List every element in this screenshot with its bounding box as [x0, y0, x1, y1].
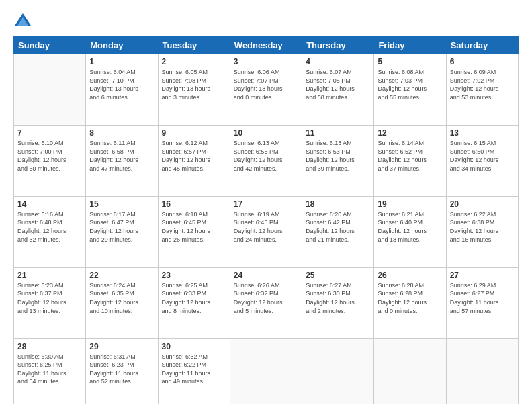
day-info: Sunrise: 6:14 AMSunset: 6:52 PMDaylight:… [378, 139, 442, 173]
day-cell: 18Sunrise: 6:20 AMSunset: 6:42 PMDayligh… [302, 196, 374, 267]
day-cell: 16Sunrise: 6:18 AMSunset: 6:45 PMDayligh… [158, 196, 230, 267]
day-cell: 10Sunrise: 6:13 AMSunset: 6:55 PMDayligh… [230, 125, 302, 196]
day-cell: 9Sunrise: 6:12 AMSunset: 6:57 PMDaylight… [158, 125, 230, 196]
day-info: Sunrise: 6:27 AMSunset: 6:30 PMDaylight:… [306, 281, 370, 315]
day-cell: 20Sunrise: 6:22 AMSunset: 6:38 PMDayligh… [446, 196, 518, 267]
day-number: 15 [89, 199, 154, 209]
day-info: Sunrise: 6:06 AMSunset: 7:07 PMDaylight:… [234, 68, 298, 101]
day-number: 18 [306, 199, 370, 209]
day-cell [374, 338, 446, 404]
day-info: Sunrise: 6:31 AMSunset: 6:23 PMDaylight:… [89, 353, 154, 386]
calendar: SundayMondayTuesdayWednesdayThursdayFrid… [13, 36, 519, 404]
day-info: Sunrise: 6:24 AMSunset: 6:35 PMDaylight:… [89, 281, 154, 315]
day-cell: 1Sunrise: 6:04 AMSunset: 7:10 PMDaylight… [86, 54, 158, 126]
day-number: 23 [162, 271, 226, 280]
logo [13, 12, 35, 31]
day-info: Sunrise: 6:15 AMSunset: 6:50 PMDaylight:… [450, 139, 515, 173]
weekday-header-monday: Monday [86, 37, 158, 54]
day-info: Sunrise: 6:29 AMSunset: 6:27 PMDaylight:… [450, 281, 515, 315]
day-info: Sunrise: 6:13 AMSunset: 6:53 PMDaylight:… [306, 139, 370, 173]
day-info: Sunrise: 6:22 AMSunset: 6:38 PMDaylight:… [450, 210, 515, 244]
header [13, 12, 519, 31]
day-number: 14 [17, 199, 82, 209]
day-cell: 14Sunrise: 6:16 AMSunset: 6:48 PMDayligh… [14, 196, 86, 267]
weekday-header-friday: Friday [374, 37, 446, 54]
day-cell: 3Sunrise: 6:06 AMSunset: 7:07 PMDaylight… [230, 54, 302, 126]
day-cell: 25Sunrise: 6:27 AMSunset: 6:30 PMDayligh… [302, 267, 374, 338]
day-number: 27 [450, 271, 515, 280]
day-info: Sunrise: 6:30 AMSunset: 6:25 PMDaylight:… [17, 353, 82, 386]
day-info: Sunrise: 6:32 AMSunset: 6:22 PMDaylight:… [162, 353, 226, 386]
day-info: Sunrise: 6:23 AMSunset: 6:37 PMDaylight:… [17, 281, 82, 315]
day-number: 6 [450, 57, 515, 66]
day-number: 11 [306, 128, 370, 138]
day-info: Sunrise: 6:18 AMSunset: 6:45 PMDaylight:… [162, 210, 226, 244]
day-cell [230, 338, 302, 404]
day-cell: 22Sunrise: 6:24 AMSunset: 6:35 PMDayligh… [86, 267, 158, 338]
day-number: 12 [378, 128, 442, 138]
week-row-2: 7Sunrise: 6:10 AMSunset: 7:00 PMDaylight… [14, 125, 519, 196]
weekday-header-tuesday: Tuesday [158, 37, 230, 54]
week-row-1: 1Sunrise: 6:04 AMSunset: 7:10 PMDaylight… [14, 54, 519, 126]
day-info: Sunrise: 6:26 AMSunset: 6:32 PMDaylight:… [234, 281, 298, 315]
day-info: Sunrise: 6:04 AMSunset: 7:10 PMDaylight:… [89, 68, 154, 101]
day-number: 5 [378, 57, 442, 66]
day-number: 13 [450, 128, 515, 138]
day-info: Sunrise: 6:09 AMSunset: 7:02 PMDaylight:… [450, 68, 515, 101]
day-number: 1 [89, 57, 154, 66]
day-cell: 28Sunrise: 6:30 AMSunset: 6:25 PMDayligh… [14, 338, 86, 404]
day-info: Sunrise: 6:13 AMSunset: 6:55 PMDaylight:… [234, 139, 298, 173]
day-cell: 17Sunrise: 6:19 AMSunset: 6:43 PMDayligh… [230, 196, 302, 267]
weekday-header-thursday: Thursday [302, 37, 374, 54]
day-cell: 29Sunrise: 6:31 AMSunset: 6:23 PMDayligh… [86, 338, 158, 404]
day-info: Sunrise: 6:11 AMSunset: 6:58 PMDaylight:… [89, 139, 154, 173]
day-number: 22 [89, 271, 154, 280]
day-number: 7 [17, 128, 82, 138]
day-number: 26 [378, 271, 442, 280]
day-number: 19 [378, 199, 442, 209]
day-number: 2 [162, 57, 226, 66]
week-row-5: 28Sunrise: 6:30 AMSunset: 6:25 PMDayligh… [14, 338, 519, 404]
day-number: 20 [450, 199, 515, 209]
day-cell: 6Sunrise: 6:09 AMSunset: 7:02 PMDaylight… [446, 54, 518, 126]
day-cell [446, 338, 518, 404]
day-info: Sunrise: 6:25 AMSunset: 6:33 PMDaylight:… [162, 281, 226, 315]
weekday-header-sunday: Sunday [14, 37, 86, 54]
page: SundayMondayTuesdayWednesdayThursdayFrid… [0, 0, 532, 411]
weekday-header-wednesday: Wednesday [230, 37, 302, 54]
day-number: 10 [234, 128, 298, 138]
day-info: Sunrise: 6:10 AMSunset: 7:00 PMDaylight:… [17, 139, 82, 173]
day-cell: 7Sunrise: 6:10 AMSunset: 7:00 PMDaylight… [14, 125, 86, 196]
day-cell: 26Sunrise: 6:28 AMSunset: 6:28 PMDayligh… [374, 267, 446, 338]
day-number: 8 [89, 128, 154, 138]
day-info: Sunrise: 6:19 AMSunset: 6:43 PMDaylight:… [234, 210, 298, 244]
day-info: Sunrise: 6:17 AMSunset: 6:47 PMDaylight:… [89, 210, 154, 244]
day-number: 4 [306, 57, 370, 66]
day-info: Sunrise: 6:05 AMSunset: 7:08 PMDaylight:… [162, 68, 226, 101]
day-cell: 4Sunrise: 6:07 AMSunset: 7:05 PMDaylight… [302, 54, 374, 126]
day-info: Sunrise: 6:21 AMSunset: 6:40 PMDaylight:… [378, 210, 442, 244]
day-info: Sunrise: 6:07 AMSunset: 7:05 PMDaylight:… [306, 68, 370, 101]
day-cell: 15Sunrise: 6:17 AMSunset: 6:47 PMDayligh… [86, 196, 158, 267]
day-cell: 23Sunrise: 6:25 AMSunset: 6:33 PMDayligh… [158, 267, 230, 338]
day-cell: 5Sunrise: 6:08 AMSunset: 7:03 PMDaylight… [374, 54, 446, 126]
week-row-4: 21Sunrise: 6:23 AMSunset: 6:37 PMDayligh… [14, 267, 519, 338]
day-cell: 11Sunrise: 6:13 AMSunset: 6:53 PMDayligh… [302, 125, 374, 196]
day-number: 30 [162, 342, 226, 351]
logo-icon [13, 12, 32, 31]
day-number: 16 [162, 199, 226, 209]
day-info: Sunrise: 6:08 AMSunset: 7:03 PMDaylight:… [378, 68, 442, 101]
day-cell: 27Sunrise: 6:29 AMSunset: 6:27 PMDayligh… [446, 267, 518, 338]
day-number: 17 [234, 199, 298, 209]
day-info: Sunrise: 6:20 AMSunset: 6:42 PMDaylight:… [306, 210, 370, 244]
day-cell [302, 338, 374, 404]
day-number: 25 [306, 271, 370, 280]
day-cell [14, 54, 86, 126]
day-number: 29 [89, 342, 154, 351]
week-row-3: 14Sunrise: 6:16 AMSunset: 6:48 PMDayligh… [14, 196, 519, 267]
day-number: 9 [162, 128, 226, 138]
day-info: Sunrise: 6:12 AMSunset: 6:57 PMDaylight:… [162, 139, 226, 173]
day-cell: 24Sunrise: 6:26 AMSunset: 6:32 PMDayligh… [230, 267, 302, 338]
day-info: Sunrise: 6:28 AMSunset: 6:28 PMDaylight:… [378, 281, 442, 315]
weekday-header-row: SundayMondayTuesdayWednesdayThursdayFrid… [14, 37, 519, 54]
